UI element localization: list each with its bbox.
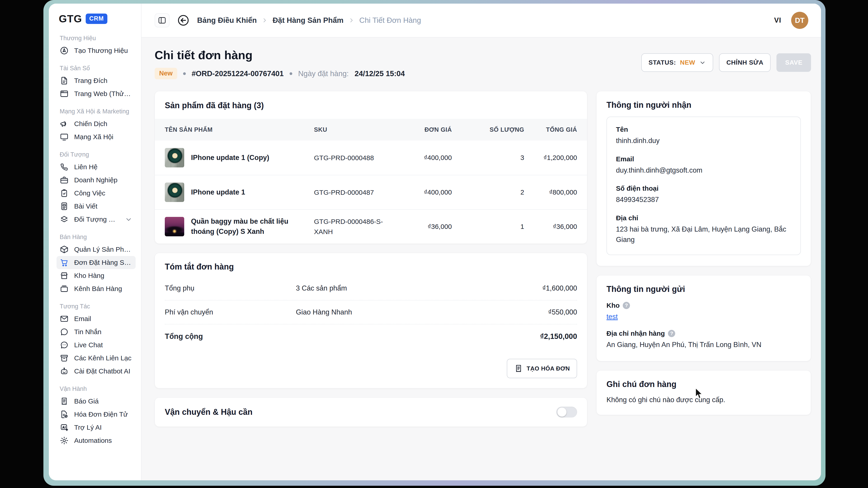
- product-sku: GTG-PRD-0000488: [314, 153, 389, 163]
- product-quantity: 2: [456, 188, 524, 196]
- create-invoice-button[interactable]: TẠO HÓA ĐƠN: [507, 359, 577, 378]
- product-name: Quần baggy màu be chất liệu thoáng (Copy…: [191, 217, 309, 237]
- sidebar-item-hoa-don-dien-tu[interactable]: Hóa Đơn Điện Tử: [57, 408, 135, 421]
- order-id: #ORD-20251224-00767401: [192, 69, 284, 78]
- ordered-products-card: Sản phẩm đã đặt hàng (3) TÊN SẢN PHẨM SK…: [155, 91, 587, 244]
- sidebar-item-kenh-ban-hang[interactable]: Kênh Bán Hàng: [57, 282, 135, 295]
- sidebar-item-lien-he[interactable]: Liên Hệ: [57, 160, 135, 173]
- chat-icon: [60, 327, 69, 336]
- store-icon: [60, 271, 69, 280]
- briefcase-icon: [60, 175, 69, 185]
- warehouse-label: Kho: [607, 302, 620, 309]
- page-content: Chi tiết đơn hàng New #ORD-20251224-0076…: [142, 37, 821, 480]
- sidebar-item-mang-xa-hoi[interactable]: Mạng Xã Hội: [57, 130, 135, 143]
- logo-crm-badge: CRM: [86, 13, 107, 24]
- mouse-cursor: [695, 387, 704, 400]
- sidebar-item-bai-viet[interactable]: Bài Viết: [57, 200, 135, 213]
- product-total: ₫36,000: [529, 223, 577, 230]
- sidebar-item-bao-gia[interactable]: Báo Giá: [57, 395, 135, 408]
- chevron-right-icon: [261, 17, 268, 24]
- edit-button[interactable]: CHỈNH SỬA: [719, 53, 771, 72]
- invoice-icon: [60, 410, 69, 419]
- chevron-down-icon: [699, 59, 706, 66]
- col-unit-price: ĐƠN GIÁ: [393, 126, 452, 133]
- sidebar-item-trang-dich[interactable]: Trang Đích: [57, 74, 135, 87]
- section-tuong-tac: Tương Tác: [57, 303, 135, 310]
- sidebar-item-automations[interactable]: Automations: [57, 434, 135, 447]
- section-doi-tuong: Đối Tượng: [57, 151, 135, 158]
- panel-left-icon: [158, 16, 166, 25]
- col-sku: SKU: [314, 126, 389, 133]
- cart-icon: [60, 258, 69, 267]
- sidebar-item-quan-ly-san-pham[interactable]: Quản Lý Sản Phẩm: [57, 243, 135, 256]
- section-mang-xa-hoi: Mạng Xã Hội & Marketing: [57, 108, 135, 115]
- shipping-logistics-card: Vận chuyển & Hậu cần: [155, 397, 587, 427]
- topbar: Bảng Điều Khiển Đặt Hàng Sản Phẩm Chi Ti…: [142, 4, 821, 37]
- product-sku: GTG-PRD-0000487: [314, 187, 389, 197]
- sidebar-item-trang-web[interactable]: Trang Web (Thử Nghiệ...: [57, 87, 135, 100]
- breadcrumb-dashboard[interactable]: Bảng Điều Khiển: [197, 16, 257, 25]
- breadcrumb: Bảng Điều Khiển Đặt Hàng Sản Phẩm Chi Ti…: [197, 16, 421, 25]
- product-total: ₫1,200,000: [529, 154, 577, 162]
- section-ban-hang: Bán Hàng: [57, 234, 135, 240]
- sidebar-item-kho-hang[interactable]: Kho Hàng: [57, 269, 135, 282]
- product-sku: GTG-PRD-0000486-S-XANH: [314, 217, 389, 237]
- recipient-info-card: Thông tin người nhận Tên thinh.dinh.duy …: [596, 91, 811, 266]
- sidebar-item-tin-nhan[interactable]: Tin Nhắn: [57, 325, 135, 338]
- sidebar-item-tao-thuong-hieu[interactable]: Tạo Thương Hiệu: [57, 44, 135, 57]
- product-quantity: 3: [456, 154, 524, 162]
- sidebar-item-cac-kenh-lien-lac[interactable]: Các Kênh Liên Lạc: [57, 352, 135, 365]
- package-icon: [60, 245, 69, 254]
- sidebar-item-tro-ly-ai[interactable]: Trợ Lý AI: [57, 421, 135, 434]
- recipient-phone-label: Số điện thoại: [616, 185, 792, 192]
- sidebar-item-doanh-nghiep[interactable]: Doanh Nghiệp: [57, 173, 135, 187]
- sidebar-item-don-dat-hang[interactable]: Đơn Đặt Hàng Sản Phẩ...: [57, 256, 135, 269]
- status-value: NEW: [680, 59, 695, 66]
- recipient-address-value: 123 hai bà trưng, Xã Đại Lâm, Huyện Lạng…: [616, 224, 792, 245]
- sidebar-item-live-chat[interactable]: Live Chat: [57, 338, 135, 352]
- order-date-label: Ngày đặt hàng:: [298, 69, 349, 78]
- main-area: Bảng Điều Khiển Đặt Hàng Sản Phẩm Chi Ti…: [142, 4, 821, 480]
- bot-icon: [60, 367, 69, 376]
- breadcrumb-orders[interactable]: Đặt Hàng Sản Phẩm: [273, 16, 344, 25]
- shipping-toggle[interactable]: [556, 407, 577, 418]
- sidebar-item-cong-viec[interactable]: Công Việc: [57, 187, 135, 200]
- sidebar-item-doi-tuong-tuy-chinh[interactable]: Đối Tượng Tùy Chỉnh: [57, 213, 135, 226]
- product-image: [165, 183, 184, 202]
- warehouse-link[interactable]: test: [607, 313, 618, 321]
- products-table-header: TÊN SẢN PHẨM SKU ĐƠN GIÁ SỐ LƯỢNG TỔNG G…: [155, 119, 587, 140]
- save-button[interactable]: SAVE: [776, 53, 811, 72]
- status-dropdown[interactable]: STATUS: NEW: [641, 53, 713, 72]
- gear-icon: [60, 436, 69, 445]
- sidebar-item-cai-dat-chatbot-ai[interactable]: Cài Đặt Chatbot AI: [57, 365, 135, 378]
- recipient-name-label: Tên: [616, 126, 792, 133]
- help-icon[interactable]: [668, 330, 675, 337]
- back-button[interactable]: [176, 13, 190, 27]
- sidebar-item-email[interactable]: Email: [57, 312, 135, 325]
- sidebar-item-chien-dich[interactable]: Chiến Dịch: [57, 117, 135, 130]
- summary-card-title: Tóm tắt đơn hàng: [165, 262, 577, 271]
- sidebar-toggle-button[interactable]: [155, 13, 169, 27]
- recipient-name-value: thinh.dinh.duy: [616, 135, 792, 146]
- avatar[interactable]: DT: [791, 12, 808, 29]
- summary-row-subtotal: Tổng phụ 3 Các sản phẩm ₫1,600,000: [165, 276, 577, 300]
- chevron-right-icon: [348, 17, 355, 24]
- order-date-value: 24/12/25 15:04: [355, 69, 405, 78]
- dot-separator: [183, 72, 186, 75]
- help-icon[interactable]: [623, 302, 630, 309]
- language-switcher[interactable]: VI: [774, 16, 781, 24]
- recipient-details-box: Tên thinh.dinh.duy Email duy.thinh.dinh@…: [607, 117, 801, 255]
- product-quantity: 1: [456, 223, 524, 230]
- article-icon: [60, 202, 69, 211]
- table-row: IPhone update 1 GTG-PRD-0000487 ₫400,000…: [155, 175, 587, 209]
- arrow-left-circle-icon: [177, 14, 190, 27]
- product-name: IPhone update 1: [191, 187, 245, 197]
- table-row: IPhone update 1 (Copy) GTG-PRD-0000488 ₫…: [155, 140, 587, 175]
- mail-icon: [60, 314, 69, 323]
- summary-row-total: Tổng cộng ₫2,150,000: [165, 324, 577, 348]
- sidebar: GTG CRM Thương Hiệu Tạo Thương Hiệu Tài …: [49, 4, 142, 480]
- product-total: ₫800,000: [529, 188, 577, 196]
- recipient-address-label: Địa chỉ: [616, 214, 792, 222]
- monitor-icon: [60, 132, 69, 141]
- archive-icon: [60, 354, 69, 363]
